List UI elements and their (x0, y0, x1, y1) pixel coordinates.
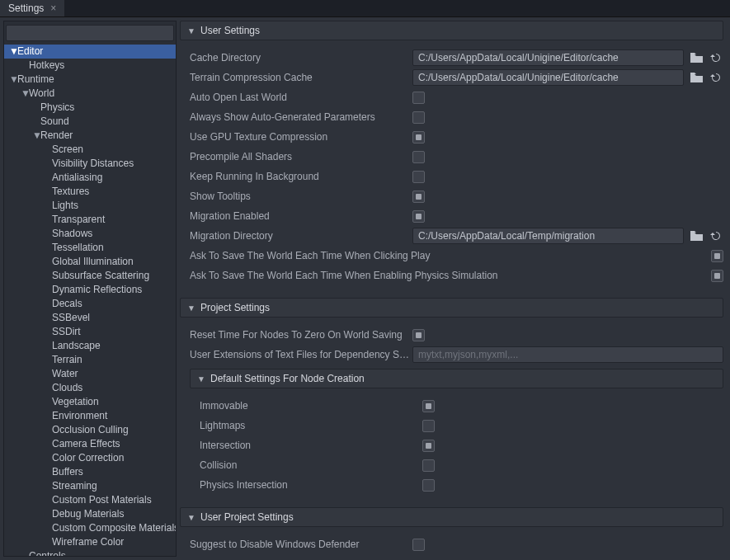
folder-icon[interactable] (689, 228, 704, 243)
tree-item-render[interactable]: ▼Render (4, 129, 176, 143)
tree-item-lights[interactable]: Lights (4, 199, 176, 213)
chevron-down-icon: ▼ (21, 87, 29, 101)
tree-item-global-illumination[interactable]: Global Illumination (4, 255, 176, 269)
settings-tree: ▼EditorHotkeys▼Runtime▼WorldPhysicsSound… (3, 21, 177, 557)
chevron-down-icon: ▼ (197, 374, 205, 384)
auto-open-checkbox[interactable] (412, 92, 425, 104)
tree-item-shadows[interactable]: Shadows (4, 227, 176, 241)
tree-item-label: Subsurface Scattering (52, 270, 149, 281)
tree-item-editor[interactable]: ▼Editor (4, 45, 176, 59)
tree-item-dynamic-reflections[interactable]: Dynamic Reflections (4, 283, 176, 297)
tree-item-debug-materials[interactable]: Debug Materials (4, 507, 176, 521)
tree-item-textures[interactable]: Textures (4, 185, 176, 199)
migration-enabled-checkbox[interactable] (412, 210, 425, 223)
gpu-tex-checkbox[interactable] (412, 131, 425, 144)
row-ask-save-on-play: Ask To Save The World Each Time When Cli… (180, 247, 723, 265)
tree-item-antialiasing[interactable]: Antialiasing (4, 171, 176, 185)
tree-item-clouds[interactable]: Clouds (4, 381, 176, 395)
tree-filter-input[interactable] (6, 25, 174, 41)
reset-icon[interactable] (709, 228, 723, 243)
precompile-checkbox[interactable] (412, 151, 425, 163)
section-user-project-settings[interactable]: ▼ User Project Settings (180, 507, 723, 527)
tree-item-custom-composite-materials[interactable]: Custom Composite Materials (4, 521, 176, 535)
terrain-cache-input[interactable]: C:/Users/AppData/Local/Unigine/Editor/ca… (412, 69, 684, 86)
tree-item-label: SSDirt (52, 326, 81, 337)
user-extensions-input[interactable]: mytxt,myjson,myxml,... (412, 346, 723, 363)
close-icon[interactable]: × (50, 3, 56, 13)
tree-item-label: Screen (52, 144, 83, 155)
tree-item-sound[interactable]: Sound (4, 115, 176, 129)
physics-intersection-checkbox[interactable] (422, 479, 435, 492)
cache-directory-input[interactable]: C:/Users/AppData/Local/Unigine/Editor/ca… (412, 49, 684, 66)
row-precompile-all-shaders: Precompile All Shaders (180, 148, 723, 166)
tree-item-buffers[interactable]: Buffers (4, 465, 176, 479)
folder-icon[interactable] (689, 70, 704, 85)
folder-icon[interactable] (689, 50, 704, 65)
tree-item-label: Lights (52, 200, 78, 211)
section-default-node-creation[interactable]: ▼ Default Settings For Node Creation (190, 369, 723, 388)
tree-item-occlusion-culling[interactable]: Occlusion Culling (4, 423, 176, 437)
tree-item-landscape[interactable]: Landscape (4, 339, 176, 353)
section-user-settings[interactable]: ▼ User Settings (180, 21, 723, 40)
tree-item-camera-effects[interactable]: Camera Effects (4, 437, 176, 451)
section-project-settings[interactable]: ▼ Project Settings (180, 298, 723, 318)
tree-item-water[interactable]: Water (4, 367, 176, 381)
tree-item-ssbevel[interactable]: SSBevel (4, 311, 176, 325)
reset-time-checkbox[interactable] (412, 329, 425, 341)
suggest-defender-checkbox[interactable] (412, 539, 425, 551)
tree-item-label: Tessellation (52, 242, 104, 253)
tree-item-hotkeys[interactable]: Hotkeys (4, 59, 176, 73)
chevron-down-icon: ▼ (187, 304, 195, 313)
tree-item-tessellation[interactable]: Tessellation (4, 241, 176, 255)
tree-item-label: Custom Post Materials (52, 494, 152, 506)
tree-item-vegetation[interactable]: Vegetation (4, 395, 176, 409)
row-collision: Collision (180, 456, 723, 474)
tree-item-controls[interactable]: Controls (4, 549, 176, 557)
tree-item-transparent[interactable]: Transparent (4, 213, 176, 227)
tree-item-label: SSBevel (52, 312, 90, 323)
chevron-down-icon: ▼ (32, 129, 40, 143)
tree-item-label: Water (52, 368, 78, 379)
tree-item-label: Vegetation (52, 396, 99, 407)
keep-running-checkbox[interactable] (412, 171, 425, 183)
tree-item-decals[interactable]: Decals (4, 297, 176, 311)
tree-item-subsurface-scattering[interactable]: Subsurface Scattering (4, 269, 176, 283)
tree-item-ssdirt[interactable]: SSDirt (4, 325, 176, 339)
reset-icon[interactable] (709, 70, 723, 85)
tree-item-runtime[interactable]: ▼Runtime (4, 73, 176, 87)
tree-item-label: Clouds (52, 382, 82, 393)
tree-item-physics[interactable]: Physics (4, 101, 176, 115)
tab-settings[interactable]: Settings × (0, 0, 64, 16)
tree-item-label: Camera Effects (52, 438, 120, 449)
tree-item-screen[interactable]: Screen (4, 143, 176, 157)
row-lightmaps: Lightmaps (180, 416, 723, 435)
always-show-checkbox[interactable] (412, 111, 425, 124)
tree-item-environment[interactable]: Environment (4, 409, 176, 423)
intersection-checkbox[interactable] (422, 440, 435, 452)
reset-icon[interactable] (709, 50, 723, 65)
row-show-tooltips: Show Tooltips (180, 187, 723, 205)
lightmaps-checkbox[interactable] (422, 420, 435, 432)
migration-directory-input[interactable]: C:/Users/AppData/Local/Temp/migration (412, 228, 684, 244)
tree-item-terrain[interactable]: Terrain (4, 353, 176, 367)
tree-item-label: Streaming (52, 480, 97, 492)
collision-checkbox[interactable] (422, 459, 435, 472)
tree-item-world[interactable]: ▼World (4, 87, 176, 101)
tree-item-label: Transparent (52, 214, 105, 225)
tree-item-visibility-distances[interactable]: Visibility Distances (4, 157, 176, 171)
tree-item-streaming[interactable]: Streaming (4, 479, 176, 493)
tree-item-wireframe-color[interactable]: Wireframe Color (4, 535, 176, 549)
ask-save-play-checkbox[interactable] (711, 250, 723, 262)
tooltips-checkbox[interactable] (412, 191, 425, 203)
chevron-down-icon: ▼ (9, 73, 17, 87)
ask-save-physics-checkbox[interactable] (711, 270, 723, 282)
section-title: User Settings (200, 25, 260, 36)
immovable-checkbox[interactable] (422, 400, 435, 412)
section-title: Project Settings (200, 302, 270, 313)
tree-item-label: Custom Composite Materials (52, 522, 177, 534)
tree-item-label: Occlusion Culling (52, 424, 129, 435)
row-suggest-disable-defender: Suggest to Disable Windows Defender (180, 535, 723, 553)
tree-item-label: Runtime (17, 73, 54, 85)
tree-item-custom-post-materials[interactable]: Custom Post Materials (4, 493, 176, 507)
tree-item-color-correction[interactable]: Color Correction (4, 451, 176, 465)
